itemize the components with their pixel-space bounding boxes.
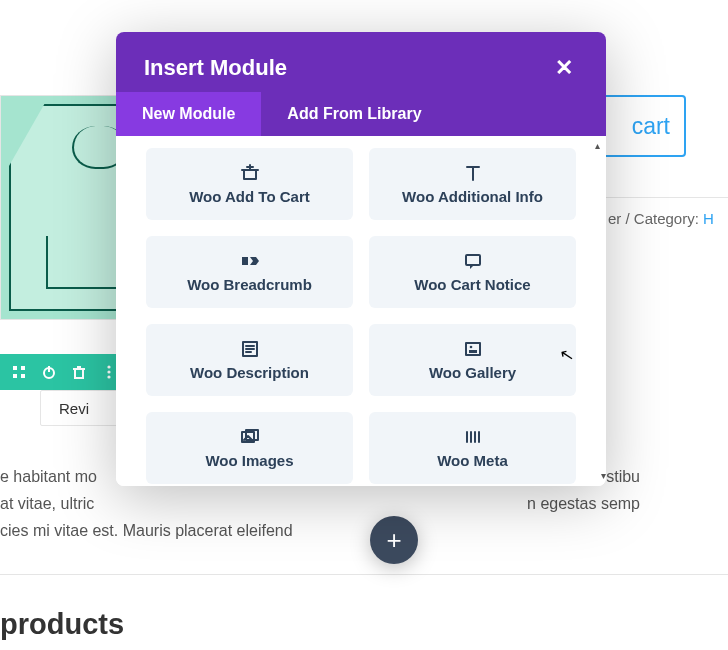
module-label: Woo Description xyxy=(190,364,309,381)
modal-title: Insert Module xyxy=(144,55,287,81)
divider xyxy=(0,574,728,575)
add-module-button[interactable]: + xyxy=(370,516,418,564)
para-frag-2: at vitae, ultric xyxy=(0,490,94,517)
module-label: Woo Breadcrumb xyxy=(187,276,312,293)
module-woo-add-to-cart[interactable]: Woo Add To Cart xyxy=(146,148,353,220)
tab-label: Revi xyxy=(59,400,89,417)
category-prefix: er / Category: xyxy=(608,210,703,227)
svg-point-10 xyxy=(107,370,110,373)
cart-icon xyxy=(240,164,260,182)
svg-point-28 xyxy=(469,345,472,348)
scroll-up-arrow-icon[interactable]: ▴ xyxy=(591,139,603,151)
category-link[interactable]: H xyxy=(703,210,714,227)
notice-icon xyxy=(463,252,483,270)
images-icon xyxy=(240,428,260,446)
svg-rect-27 xyxy=(469,350,477,353)
module-woo-cart-notice[interactable]: Woo Cart Notice xyxy=(369,236,576,308)
module-label: Woo Cart Notice xyxy=(414,276,530,293)
svg-marker-19 xyxy=(250,257,259,265)
description-icon xyxy=(240,340,260,358)
tab-add-from-library[interactable]: Add From Library xyxy=(261,92,447,136)
svg-point-11 xyxy=(107,375,110,378)
plus-icon: + xyxy=(386,525,401,556)
svg-rect-0 xyxy=(13,366,17,370)
grid-icon[interactable] xyxy=(4,354,34,390)
para-frag-2b: n egestas semp xyxy=(527,490,640,517)
trash-icon[interactable] xyxy=(64,354,94,390)
module-woo-description[interactable]: Woo Description xyxy=(146,324,353,396)
text-icon xyxy=(463,164,483,182)
svg-rect-1 xyxy=(21,366,25,370)
svg-rect-12 xyxy=(244,170,256,179)
module-label: Woo Additional Info xyxy=(402,188,543,205)
close-icon[interactable]: ✕ xyxy=(550,54,578,82)
para-frag-1: e habitant mo xyxy=(0,463,97,490)
svg-rect-3 xyxy=(21,374,25,378)
modal-tabs: New Module Add From Library xyxy=(116,92,606,136)
meta-icon xyxy=(463,428,483,446)
module-woo-additional-info[interactable]: Woo Additional Info xyxy=(369,148,576,220)
svg-point-9 xyxy=(107,365,110,368)
insert-module-modal: Insert Module ✕ New Module Add From Libr… xyxy=(116,32,606,486)
module-woo-gallery[interactable]: Woo Gallery xyxy=(369,324,576,396)
module-label: Woo Gallery xyxy=(429,364,516,381)
module-grid: Woo Add To Cart Woo Additional Info Woo … xyxy=(146,148,576,486)
power-icon[interactable] xyxy=(34,354,64,390)
svg-rect-2 xyxy=(13,374,17,378)
cart-button-label: cart xyxy=(632,113,670,140)
related-products-heading: products xyxy=(0,608,124,641)
para-frag-3: cies mi vitae est. Mauris placerat eleif… xyxy=(0,522,293,539)
module-woo-images[interactable]: Woo Images xyxy=(146,412,353,484)
module-label: Woo Meta xyxy=(437,452,508,469)
module-woo-breadcrumb[interactable]: Woo Breadcrumb xyxy=(146,236,353,308)
svg-marker-21 xyxy=(470,265,474,269)
breadcrumb-icon xyxy=(240,252,260,270)
section-toolbar[interactable] xyxy=(0,354,128,390)
module-label: Woo Add To Cart xyxy=(189,188,310,205)
tab-new-module[interactable]: New Module xyxy=(116,92,261,136)
gallery-icon xyxy=(463,340,483,358)
modal-header-strip: Insert Module ✕ New Module Add From Libr… xyxy=(116,32,606,136)
svg-rect-6 xyxy=(75,369,83,378)
svg-rect-26 xyxy=(466,343,480,355)
module-label: Woo Images xyxy=(205,452,293,469)
module-woo-meta[interactable]: Woo Meta xyxy=(369,412,576,484)
svg-rect-20 xyxy=(466,255,480,265)
modal-body: ▴ Woo Add To Cart Woo Additional Info Wo… xyxy=(116,136,606,486)
svg-rect-18 xyxy=(242,257,248,265)
